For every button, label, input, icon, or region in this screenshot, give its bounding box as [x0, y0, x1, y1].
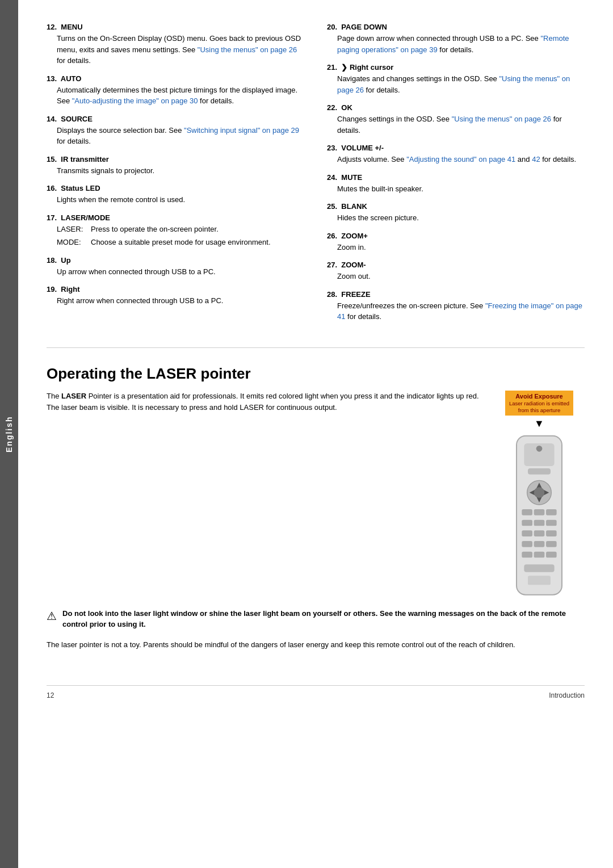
- svg-rect-19: [522, 541, 532, 547]
- item-18: 18. Up Up arrow when connected through U…: [47, 256, 304, 278]
- item-22-link[interactable]: "Using the menus" on page 26: [452, 115, 551, 123]
- item-24: 24. MUTE Mutes the built-in speaker.: [327, 173, 585, 195]
- item-23-link1[interactable]: "Adjusting the sound" on page 41: [406, 155, 515, 163]
- item-14: 14. SOURCE Displays the source selection…: [47, 115, 304, 147]
- item-16-label: Status LED: [61, 184, 100, 192]
- item-19: 19. Right Right arrow when connected thr…: [47, 285, 304, 307]
- laser-heading: Operating the LASER pointer: [47, 365, 585, 383]
- sidebar-label: English: [5, 416, 14, 452]
- item-25-body: Hides the screen picture.: [327, 212, 585, 224]
- laser-footer-text: The laser pointer is not a toy. Parents …: [47, 639, 585, 651]
- item-20-link[interactable]: "Remote paging operations" on page 39: [337, 34, 569, 54]
- warning-triangle-icon: ⚠: [47, 609, 57, 623]
- avoid-exposure-title: Avoid Exposure: [509, 392, 570, 400]
- item-22-label: OK: [341, 103, 352, 112]
- item-12-link[interactable]: "Using the menus" on page 26: [198, 45, 297, 54]
- item-19-title: 19. Right: [47, 285, 304, 293]
- svg-rect-14: [534, 520, 545, 526]
- svg-rect-26: [528, 576, 551, 585]
- item-17-body: LASER: Press to operate the on-screen po…: [47, 224, 304, 248]
- item-17-num: 17.: [47, 213, 61, 222]
- item-21: 21. ❯ Right cursor Navigates and changes…: [327, 63, 585, 95]
- item-16-num: 16.: [47, 184, 61, 192]
- svg-rect-15: [546, 520, 557, 526]
- page-footer: 12 Introduction: [47, 685, 585, 699]
- item-13-link[interactable]: "Auto-adjusting the image" on page 30: [72, 97, 198, 105]
- section-divider: [47, 347, 585, 348]
- svg-rect-16: [522, 531, 532, 537]
- item-25-title: 25. BLANK: [327, 202, 585, 211]
- item-24-title: 24. MUTE: [327, 173, 585, 182]
- item-21-title: 21. ❯ Right cursor: [327, 63, 585, 72]
- item-20-label: PAGE DOWN: [341, 23, 387, 31]
- item-18-body: Up arrow when connected through USB to a…: [47, 266, 304, 278]
- item-13-label: AUTO: [61, 74, 82, 83]
- item-27-label: ZOOM-: [341, 261, 366, 269]
- item-26: 26. ZOOM+ Zoom in.: [327, 232, 585, 253]
- svg-rect-17: [534, 531, 545, 537]
- warning-text: Do not look into the laser light window …: [62, 608, 585, 630]
- item-13-title: 13. AUTO: [47, 74, 304, 83]
- left-column: 12. MENU Turns on the On-Screen Display …: [47, 23, 304, 330]
- svg-rect-22: [522, 552, 532, 558]
- item-22-body: Changes settings in the OSD. See "Using …: [327, 114, 585, 136]
- item-28-link[interactable]: "Freezing the image" on page 41: [337, 301, 582, 321]
- item-25-label: BLANK: [341, 202, 367, 211]
- laser-bold-text: LASER: [61, 392, 86, 400]
- laser-image-area: Avoid Exposure Laser radiation is emitte…: [494, 391, 585, 599]
- item-15-label: IR transmitter: [61, 155, 109, 163]
- svg-rect-11: [534, 509, 545, 515]
- svg-rect-13: [522, 520, 532, 526]
- svg-rect-24: [546, 552, 557, 558]
- item-25-num: 25.: [327, 202, 341, 211]
- sidebar-tab: English: [0, 0, 18, 868]
- item-23: 23. VOLUME +/- Adjusts volume. See "Adju…: [327, 144, 585, 165]
- warning-box: ⚠ Do not look into the laser light windo…: [47, 608, 585, 630]
- item-19-label: Right: [61, 285, 79, 293]
- avoid-exposure-subtitle: Laser radiation is emitted from this ape…: [509, 400, 570, 414]
- item-18-title: 18. Up: [47, 256, 304, 265]
- item-27-body: Zoom out.: [327, 271, 585, 282]
- item-26-body: Zoom in.: [327, 242, 585, 253]
- svg-rect-3: [528, 468, 551, 475]
- item-21-body: Navigates and changes settings in the OS…: [327, 73, 585, 95]
- item-21-link[interactable]: "Using the menus" on page 26: [337, 74, 570, 94]
- item-12-title: 12. MENU: [47, 23, 304, 31]
- avoid-exposure-label: Avoid Exposure Laser radiation is emitte…: [505, 391, 573, 416]
- item-20: 20. PAGE DOWN Page down arrow when conne…: [327, 23, 585, 55]
- item-22-title: 22. OK: [327, 103, 585, 112]
- item-14-label: SOURCE: [61, 115, 93, 123]
- svg-rect-10: [522, 509, 532, 515]
- main-content: 12. MENU Turns on the On-Screen Display …: [18, 0, 613, 868]
- item-14-link[interactable]: "Switching input signal" on page 29: [184, 126, 299, 135]
- item-12-label: MENU: [61, 23, 82, 31]
- item-16-title: 16. Status LED: [47, 184, 304, 192]
- item-13: 13. AUTO Automatically determines the be…: [47, 74, 304, 107]
- item-28-body: Freeze/unfreezes the on-screen picture. …: [327, 300, 585, 322]
- svg-rect-25: [524, 565, 554, 572]
- item-12: 12. MENU Turns on the On-Screen Display …: [47, 23, 304, 66]
- item-22: 22. OK Changes settings in the OSD. See …: [327, 103, 585, 136]
- item-25: 25. BLANK Hides the screen picture.: [327, 202, 585, 224]
- svg-rect-21: [546, 541, 557, 547]
- laser-section: Operating the LASER pointer The LASER Po…: [47, 365, 585, 651]
- page-label: Introduction: [549, 691, 585, 699]
- svg-rect-20: [534, 541, 545, 547]
- item-23-body: Adjusts volume. See "Adjusting the sound…: [327, 154, 585, 165]
- item-23-link2[interactable]: 42: [532, 155, 540, 163]
- item-21-label: ❯ Right cursor: [341, 63, 393, 72]
- item-18-num: 18.: [47, 256, 61, 265]
- item-17-title: 17. LASER/MODE: [47, 213, 304, 222]
- right-column: 20. PAGE DOWN Page down arrow when conne…: [327, 23, 585, 330]
- item-26-num: 26.: [327, 232, 341, 240]
- item-13-body: Automatically determines the best pictur…: [47, 85, 304, 107]
- two-column-layout: 12. MENU Turns on the On-Screen Display …: [47, 23, 585, 330]
- item-17-label: LASER/MODE: [61, 213, 110, 222]
- item-20-body: Page down arrow when connected through U…: [327, 33, 585, 55]
- item-19-num: 19.: [47, 285, 61, 293]
- item-15: 15. IR transmitter Transmits signals to …: [47, 155, 304, 177]
- item-24-label: MUTE: [341, 173, 362, 182]
- item-23-label: VOLUME +/-: [341, 144, 384, 152]
- item-15-title: 15. IR transmitter: [47, 155, 304, 163]
- arrow-down-icon: ▼: [534, 418, 544, 430]
